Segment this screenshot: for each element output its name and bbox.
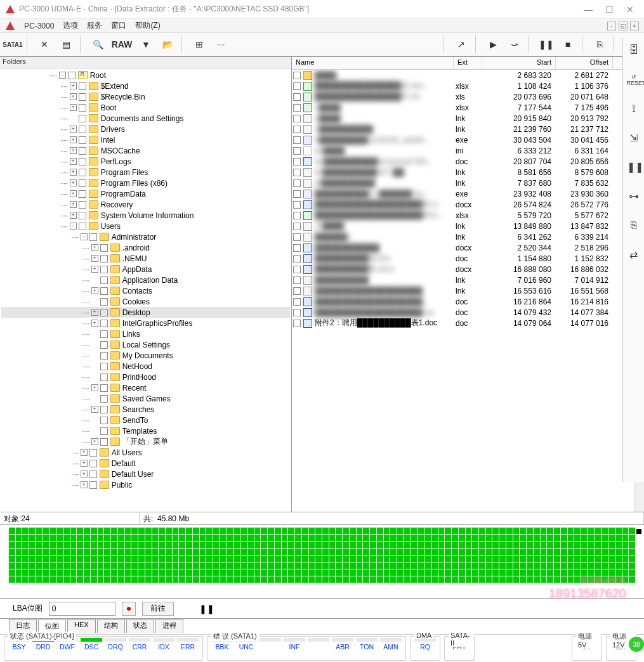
file-row[interactable]: M██████████lnk7 837 6807 835 632 — [292, 178, 644, 188]
sector-map[interactable] — [0, 525, 644, 599]
file-row[interactable]: 文████lnk13 849 88013 847 832 — [292, 221, 644, 231]
mdi-close[interactable]: × — [630, 22, 639, 30]
tree-node[interactable]: ·····+Default User — [1, 469, 290, 479]
tree-node[interactable]: ····· Cookies — [1, 296, 290, 307]
file-checkbox[interactable] — [293, 72, 301, 79]
expand-icon[interactable]: + — [91, 320, 98, 327]
minimize-button[interactable]: — — [584, 4, 593, 15]
folder-open-icon[interactable]: 📂 — [157, 35, 178, 54]
tree-checkbox[interactable] — [79, 115, 86, 122]
expand-icon[interactable] — [91, 427, 98, 434]
expand-icon[interactable] — [91, 395, 98, 402]
copy-icon[interactable]: ⎘ — [589, 35, 610, 54]
expand-icon[interactable]: + — [91, 384, 98, 391]
expand-icon[interactable] — [70, 115, 77, 122]
tab-状态[interactable]: 状态 — [126, 619, 154, 633]
file-checkbox[interactable] — [293, 212, 301, 219]
chain-icon[interactable]: ⊶ — [211, 35, 231, 54]
expand-icon[interactable] — [91, 363, 98, 370]
tree-checkbox[interactable] — [89, 449, 97, 457]
file-checkbox[interactable] — [293, 190, 301, 198]
tree-checkbox[interactable] — [79, 190, 86, 198]
file-row[interactable]: ██████████函.docdoc1 154 8801 152 832 — [292, 253, 644, 264]
measure-icon[interactable]: ⇲ — [627, 132, 641, 146]
sata-button[interactable]: SATA1 — [3, 35, 23, 54]
expand-icon[interactable]: + — [70, 169, 77, 176]
expand-icon[interactable] — [91, 330, 98, 337]
folder-tree[interactable]: ·····-Root·····+$Extend·····+$Recycle.Bi… — [0, 68, 291, 512]
file-checkbox[interactable] — [293, 244, 301, 252]
expand-icon[interactable] — [91, 298, 98, 305]
tree-checkbox[interactable] — [100, 330, 108, 338]
tree-node[interactable]: ····· PrintHood — [1, 372, 290, 382]
tree-node[interactable]: ·····+Program Files — [1, 167, 290, 178]
tree-node[interactable]: ····· Local Settings — [1, 339, 290, 350]
binoculars-icon[interactable]: 🔍 — [88, 35, 108, 54]
tree-checkbox[interactable] — [79, 82, 86, 90]
file-checkbox[interactable] — [293, 309, 301, 316]
expand-icon[interactable]: + — [91, 244, 98, 251]
tree-checkbox[interactable] — [100, 309, 108, 316]
tab-HEX[interactable]: HEX — [67, 619, 96, 633]
file-checkbox[interactable] — [293, 169, 301, 176]
file-checkbox[interactable] — [293, 158, 301, 166]
tree-node[interactable]: ····· Links — [1, 328, 290, 339]
tree-checkbox[interactable] — [89, 471, 97, 478]
tree-node[interactable]: ·····+IntelGraphicsProfiles — [1, 318, 290, 328]
mdi-restore[interactable]: ◱ — [619, 22, 628, 30]
tree-node[interactable]: ·····+Searches — [1, 404, 290, 415]
tree-checkbox[interactable] — [100, 363, 108, 370]
file-checkbox[interactable] — [293, 179, 301, 187]
expand-icon[interactable]: + — [70, 82, 77, 89]
tree-checkbox[interactable] — [100, 395, 108, 403]
expand-icon[interactable]: + — [91, 255, 98, 262]
column-ext[interactable]: Ext — [454, 57, 482, 69]
tab-日志[interactable]: 日志 — [9, 619, 37, 633]
expand-icon[interactable]: + — [91, 287, 98, 294]
tree-checkbox[interactable] — [100, 298, 108, 306]
file-row[interactable]: ████████████████件.xlsxls20 073 69620 071… — [292, 91, 644, 102]
expand-icon[interactable]: - — [59, 72, 66, 79]
expand-icon[interactable]: + — [81, 481, 88, 488]
tree-checkbox[interactable] — [79, 179, 86, 187]
tree-checkbox[interactable] — [79, 147, 86, 155]
file-checkbox[interactable] — [293, 223, 301, 230]
file-row[interactable]: ████████████████████...doc16 216 86416 2… — [292, 296, 644, 307]
tree-node[interactable]: ·····+$Extend — [1, 81, 290, 91]
file-row[interactable]: 5█████████id125230_dzb55...exe30 043 504… — [292, 134, 644, 145]
expand-icon[interactable]: + — [91, 309, 98, 316]
expand-icon[interactable]: + — [81, 471, 88, 477]
report-icon[interactable]: ▤ — [56, 35, 76, 54]
tree-node[interactable]: ·····+Recovery — [1, 199, 290, 210]
tree-node[interactable]: ·····+$Recycle.Bin — [1, 91, 290, 102]
file-row[interactable]: ██████████复.docxdocx16 888 08016 886 032 — [292, 264, 644, 275]
tree-checkbox[interactable] — [100, 287, 108, 295]
tree-node[interactable]: ····· Saved Games — [1, 393, 290, 404]
file-row[interactable]: ████████████████████表.d...docx26 574 824… — [292, 199, 644, 210]
clamp-icon[interactable]: ⟟ — [627, 103, 641, 117]
tree-node[interactable]: ·····+Drivers — [1, 124, 290, 134]
menu-options[interactable]: 选项 — [63, 20, 78, 31]
expand-icon[interactable]: + — [70, 147, 77, 154]
file-checkbox[interactable] — [293, 93, 301, 101]
file-row[interactable]: de████ini6 333 2126 331 164 — [292, 145, 644, 156]
stop-icon[interactable]: ■ — [558, 35, 578, 54]
file-checkbox[interactable] — [293, 255, 301, 263]
file-row[interactable]: ████2 683 3202 681 272 — [292, 70, 644, 81]
tree-checkbox[interactable] — [100, 438, 108, 446]
file-checkbox[interactable] — [293, 266, 301, 273]
file-row[interactable]: Mi██████████007.l██lnk8 581 6568 579 608 — [292, 167, 644, 178]
file-checkbox[interactable] — [293, 298, 301, 306]
expand-icon[interactable]: - — [70, 223, 77, 230]
tree-checkbox[interactable] — [100, 352, 108, 360]
play-icon[interactable]: ▶ — [483, 35, 503, 54]
column-start[interactable]: Start — [482, 57, 556, 69]
file-row[interactable]: 2██████████lnk21 239 76021 237 712 — [292, 124, 644, 134]
tree-node[interactable]: ·····+Desktop — [1, 307, 290, 318]
reset-icon[interactable]: ↺RESET — [627, 74, 641, 88]
tree-node[interactable]: ·····+Public — [1, 479, 290, 490]
tree-node[interactable]: ·····+Contacts — [1, 285, 290, 296]
expand-icon[interactable]: + — [70, 104, 77, 111]
tree-checkbox[interactable] — [100, 244, 108, 252]
tree-checkbox[interactable] — [79, 212, 86, 219]
